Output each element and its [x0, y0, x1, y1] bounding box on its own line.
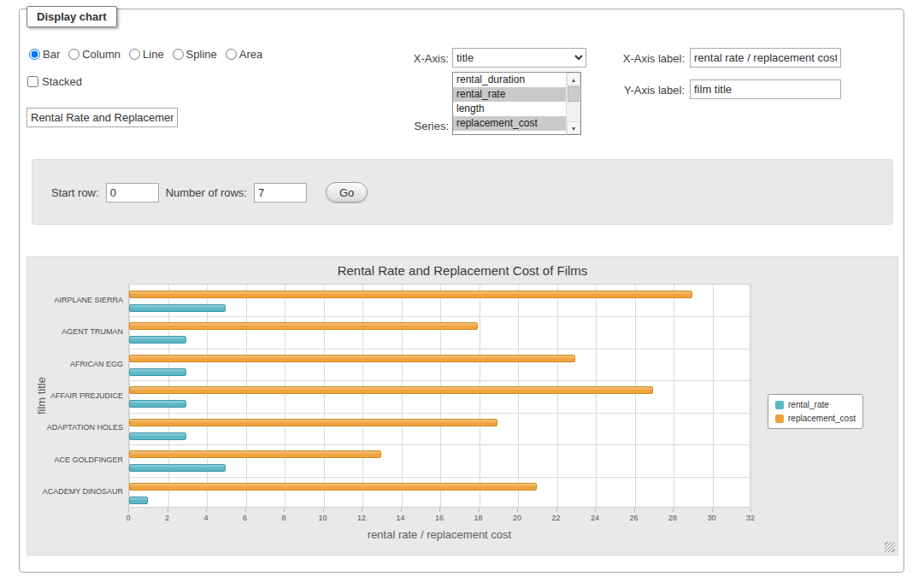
rows-panel-controls: Start row: Number of rows: Go [51, 182, 368, 203]
x-tick-mark [673, 509, 674, 512]
x-tick-mark [750, 509, 751, 512]
x-tick-label: 28 [656, 514, 690, 522]
x-tick-mark [245, 509, 246, 512]
chart-type-radio-group: BarColumnLineSplineArea [29, 48, 262, 61]
y-axis-label-label: Y-Axis label: [597, 84, 685, 97]
x-tick-label: 4 [189, 514, 223, 522]
chart-type-radio-bar[interactable] [29, 49, 40, 60]
bar-replacement_cost [129, 322, 478, 330]
series-option-rental_duration[interactable]: rental_duration [453, 73, 566, 87]
scroll-up-icon[interactable]: ▲ [567, 73, 580, 85]
y-axis-label-input[interactable] [690, 79, 841, 99]
x-tick-label: 6 [228, 514, 262, 522]
chart-type-option-spline[interactable]: Spline [173, 48, 217, 61]
panel-legend: Display chart [26, 6, 117, 27]
x-tick-mark [712, 509, 713, 512]
gridline [168, 285, 169, 507]
bar-replacement_cost [129, 386, 653, 394]
gridline [285, 285, 285, 507]
start-row-label: Start row: [51, 186, 99, 199]
gridline [362, 285, 363, 507]
chart-type-option-column[interactable]: Column [68, 48, 121, 61]
x-tick-mark [206, 509, 207, 512]
gridline [480, 285, 480, 507]
number-of-rows-label: Number of rows: [166, 186, 247, 199]
category-label: AFFAIR PREJUDICE [27, 391, 123, 400]
go-button[interactable]: Go [326, 182, 368, 203]
chart-type-option-area[interactable]: Area [226, 48, 262, 61]
series-option-rental_rate[interactable]: rental_rate [453, 87, 566, 102]
x-tick-mark [323, 509, 324, 512]
bar-rental_rate [129, 336, 186, 344]
legend-swatch-icon [775, 401, 784, 409]
rows-panel: Start row: Number of rows: Go [32, 159, 893, 225]
scroll-down-icon[interactable]: ▼ [567, 121, 580, 134]
scrollbar-thumb[interactable] [568, 86, 580, 102]
stacked-checkbox[interactable] [27, 76, 38, 87]
gridline [751, 285, 752, 507]
x-axis-select-label: X-Axis: [370, 52, 449, 65]
category-label: ACADEMY DINOSAUR [27, 487, 123, 496]
number-of-rows-input[interactable] [254, 183, 307, 203]
bar-replacement_cost [129, 450, 381, 458]
stacked-option[interactable]: Stacked [27, 75, 82, 88]
chart-type-radio-area[interactable] [226, 49, 237, 60]
start-row-input[interactable] [106, 183, 159, 203]
display-chart-panel: Display chart BarColumnLineSplineArea St… [19, 9, 904, 573]
x-axis-select[interactable]: title [452, 48, 586, 68]
x-tick-mark [284, 509, 285, 512]
series-option-length[interactable]: length [453, 102, 566, 116]
x-tick-label: 18 [462, 514, 496, 522]
chart-type-radio-column[interactable] [68, 49, 79, 60]
bar-rental_rate [129, 368, 186, 376]
legend-item-replacement_cost[interactable]: replacement_cost [775, 414, 856, 423]
category-label: AGENT TRUMAN [27, 327, 123, 336]
gridline [129, 477, 750, 478]
bar-rental_rate [129, 432, 186, 440]
bar-rental_rate [129, 400, 186, 408]
gridline [440, 285, 441, 507]
gridline [246, 285, 247, 507]
x-tick-label: 14 [384, 514, 418, 522]
gridline [557, 285, 558, 507]
chart-type-option-label: Bar [43, 48, 60, 61]
x-tick-label: 26 [617, 514, 651, 522]
chart-type-radio-spline[interactable] [173, 49, 184, 60]
gridline [324, 285, 325, 507]
chart-title: Rental Rate and Replacement Cost of Film… [27, 263, 898, 278]
series-option-replacement_cost[interactable]: replacement_cost [453, 116, 566, 131]
series-option-list: rental_durationrental_ratelengthreplacem… [453, 73, 566, 134]
gridline [635, 285, 636, 507]
x-tick-mark [128, 509, 129, 512]
gridline [129, 444, 750, 445]
x-tick-label: 10 [306, 514, 340, 522]
chart-type-option-label: Spline [186, 48, 217, 61]
gridline [129, 349, 750, 350]
gridline [129, 285, 130, 507]
chart-legend: rental_ratereplacement_cost [768, 394, 863, 429]
gridline [207, 285, 208, 507]
bar-rental_rate [129, 497, 148, 504]
gridline [129, 413, 750, 414]
plot-area [128, 284, 750, 508]
gridline [674, 285, 674, 507]
gridline [402, 285, 403, 507]
x-axis-label-input[interactable] [690, 48, 841, 68]
chart-title-input[interactable] [26, 108, 178, 127]
page: Display chart BarColumnLineSplineArea St… [0, 0, 924, 582]
chart-type-option-bar[interactable]: Bar [29, 48, 60, 61]
bar-replacement_cost [129, 291, 692, 298]
chart-container: Rental Rate and Replacement Cost of Film… [26, 256, 898, 556]
legend-item-rental_rate[interactable]: rental_rate [775, 400, 856, 409]
chart-type-option-label: Area [239, 48, 262, 61]
resize-handle-icon[interactable] [885, 542, 895, 552]
category-label: ADAPTATION HOLES [27, 423, 123, 432]
gridline [713, 285, 714, 507]
chart-type-option-line[interactable]: Line [129, 48, 164, 61]
series-scrollbar[interactable]: ▲ ▼ [566, 73, 580, 134]
series-multiselect[interactable]: rental_durationrental_ratelengthreplacem… [452, 72, 581, 135]
chart-type-radio-line[interactable] [129, 49, 140, 60]
x-tick-mark [362, 509, 362, 512]
x-tick-label: 2 [150, 514, 185, 522]
category-label: ACE GOLDFINGER [27, 456, 123, 464]
